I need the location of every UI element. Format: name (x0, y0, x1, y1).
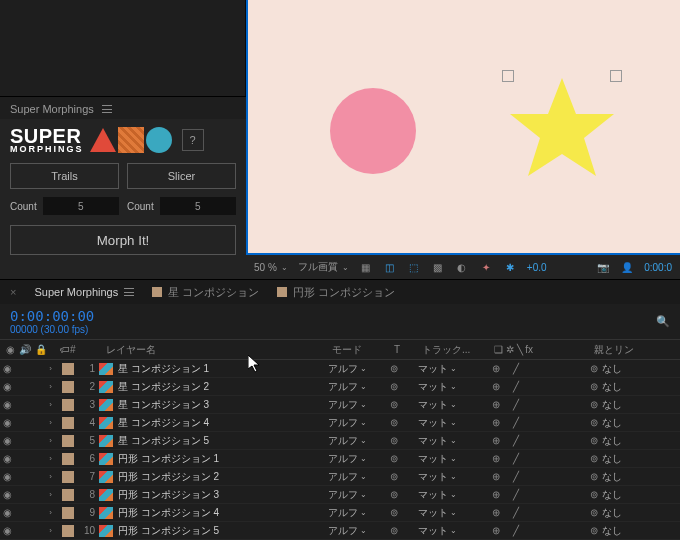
blend-mode-dropdown[interactable]: アルフ ⌄ (328, 452, 390, 466)
color-label[interactable] (56, 363, 80, 375)
shy-switch[interactable]: ⊕ (490, 453, 502, 464)
visibility-toggle[interactable]: ◉ (0, 417, 14, 428)
parent-link[interactable]: ⊚ なし (590, 506, 680, 520)
composition-viewer[interactable] (246, 0, 680, 255)
color-label[interactable] (56, 489, 80, 501)
twirl-icon[interactable]: › (49, 364, 52, 373)
blend-mode-dropdown[interactable]: アルフ ⌄ (328, 362, 390, 376)
layer-row[interactable]: ◉›10円形 コンポジション 5アルフ ⌄⊚マット ⌄⊕╱⊚ なし (0, 522, 680, 540)
blend-mode-dropdown[interactable]: アルフ ⌄ (328, 524, 390, 538)
tab-circle-comp[interactable]: 円形 コンポジション (277, 285, 395, 300)
current-timecode[interactable]: 0:00:00:00 (10, 308, 94, 324)
collapse-switch[interactable]: ╱ (510, 453, 522, 464)
collapse-switch[interactable]: ╱ (510, 471, 522, 482)
layer-row[interactable]: ◉›8円形 コンポジション 3アルフ ⌄⊚マット ⌄⊕╱⊚ なし (0, 486, 680, 504)
visibility-toggle[interactable]: ◉ (0, 453, 14, 464)
preserve-transparency[interactable]: ⊚ (390, 399, 418, 410)
trails-button[interactable]: Trails (10, 163, 119, 189)
layer-name[interactable]: 円形 コンポジション 3 (114, 488, 328, 502)
track-matte-dropdown[interactable]: マット ⌄ (418, 380, 490, 394)
parent-header[interactable]: 親とリン (594, 343, 680, 357)
blend-mode-dropdown[interactable]: アルフ ⌄ (328, 470, 390, 484)
layer-name[interactable]: 円形 コンポジション 1 (114, 452, 328, 466)
track-matte-dropdown[interactable]: マット ⌄ (418, 362, 490, 376)
twirl-icon[interactable]: › (49, 472, 52, 481)
count-input-1[interactable]: 5 (43, 197, 119, 215)
count-input-2[interactable]: 5 (160, 197, 236, 215)
twirl-icon[interactable]: › (49, 526, 52, 535)
twirl-icon[interactable]: › (49, 454, 52, 463)
reset-exposure-icon[interactable]: ✱ (503, 260, 517, 274)
collapse-switch[interactable]: ╱ (510, 489, 522, 500)
twirl-icon[interactable]: › (49, 400, 52, 409)
blend-mode-dropdown[interactable]: アルフ ⌄ (328, 506, 390, 520)
star-selection[interactable] (502, 70, 622, 190)
twirl-icon[interactable]: › (49, 436, 52, 445)
t-header[interactable]: T (394, 344, 422, 355)
parent-link[interactable]: ⊚ なし (590, 380, 680, 394)
shy-switch[interactable]: ⊕ (490, 381, 502, 392)
show-snapshot-icon[interactable]: 👤 (620, 260, 634, 274)
blend-mode-dropdown[interactable]: アルフ ⌄ (328, 488, 390, 502)
shy-switch[interactable]: ⊕ (490, 525, 502, 536)
collapse-switch[interactable]: ╱ (510, 417, 522, 428)
twirl-icon[interactable]: › (49, 418, 52, 427)
visibility-toggle[interactable]: ◉ (0, 381, 14, 392)
blend-mode-dropdown[interactable]: アルフ ⌄ (328, 416, 390, 430)
shy-switch[interactable]: ⊕ (490, 435, 502, 446)
preserve-transparency[interactable]: ⊚ (390, 525, 418, 536)
collapse-switch[interactable]: ╱ (510, 363, 522, 374)
exposure-value[interactable]: +0.0 (527, 262, 547, 273)
preserve-transparency[interactable]: ⊚ (390, 507, 418, 518)
shy-switch[interactable]: ⊕ (490, 471, 502, 482)
tab-menu-icon[interactable] (124, 288, 134, 296)
parent-link[interactable]: ⊚ なし (590, 434, 680, 448)
preserve-transparency[interactable]: ⊚ (390, 489, 418, 500)
layer-name[interactable]: 星 コンポジション 5 (114, 434, 328, 448)
visibility-toggle[interactable]: ◉ (0, 399, 14, 410)
collapse-switch[interactable]: ╱ (510, 507, 522, 518)
blend-mode-dropdown[interactable]: アルフ ⌄ (328, 434, 390, 448)
snapshot-icon[interactable]: 📷 (596, 260, 610, 274)
shy-switch[interactable]: ⊕ (490, 489, 502, 500)
parent-link[interactable]: ⊚ なし (590, 524, 680, 538)
preserve-transparency[interactable]: ⊚ (390, 363, 418, 374)
grid-icon[interactable]: ▦ (359, 260, 373, 274)
layer-switches[interactable]: ⊕╱ (490, 363, 590, 374)
track-matte-dropdown[interactable]: マット ⌄ (418, 398, 490, 412)
shy-switch[interactable]: ⊕ (490, 399, 502, 410)
color-label[interactable] (56, 453, 80, 465)
lock-col-icon[interactable]: 🔒 (35, 344, 47, 355)
twirl-icon[interactable]: › (49, 490, 52, 499)
preview-time[interactable]: 0:00:0 (644, 262, 672, 273)
layer-switches[interactable]: ⊕╱ (490, 417, 590, 428)
twirl-icon[interactable]: › (49, 382, 52, 391)
parent-link[interactable]: ⊚ なし (590, 362, 680, 376)
layer-row[interactable]: ◉›4星 コンポジション 4アルフ ⌄⊚マット ⌄⊕╱⊚ なし (0, 414, 680, 432)
color-label[interactable] (56, 525, 80, 537)
quality-dropdown[interactable]: フル画質⌄ (298, 260, 349, 274)
parent-link[interactable]: ⊚ なし (590, 488, 680, 502)
layer-switches[interactable]: ⊕╱ (490, 381, 590, 392)
search-icon[interactable]: 🔍 (656, 315, 670, 328)
color-label[interactable] (56, 381, 80, 393)
audio-col-icon[interactable]: 🔊 (19, 344, 31, 355)
shy-switch[interactable]: ⊕ (490, 417, 502, 428)
visibility-toggle[interactable]: ◉ (0, 435, 14, 446)
track-matte-dropdown[interactable]: マット ⌄ (418, 434, 490, 448)
tab-super-morphings[interactable]: Super Morphings (34, 286, 134, 298)
layer-row[interactable]: ◉›6円形 コンポジション 1アルフ ⌄⊚マット ⌄⊕╱⊚ なし (0, 450, 680, 468)
layer-row[interactable]: ◉›1星 コンポジション 1アルフ ⌄⊚マット ⌄⊕╱⊚ なし (0, 360, 680, 378)
layer-switches[interactable]: ⊕╱ (490, 399, 590, 410)
color-label[interactable] (56, 507, 80, 519)
mode-header[interactable]: モード (332, 343, 394, 357)
visibility-toggle[interactable]: ◉ (0, 363, 14, 374)
layer-name-header[interactable]: レイヤー名 (102, 343, 332, 357)
visibility-toggle[interactable]: ◉ (0, 525, 14, 536)
layer-switches[interactable]: ⊕╱ (490, 435, 590, 446)
pink-circle-shape[interactable] (330, 88, 416, 174)
preserve-transparency[interactable]: ⊚ (390, 417, 418, 428)
layer-name[interactable]: 円形 コンポジション 2 (114, 470, 328, 484)
layer-row[interactable]: ◉›2星 コンポジション 2アルフ ⌄⊚マット ⌄⊕╱⊚ なし (0, 378, 680, 396)
roi-icon[interactable]: ⬚ (407, 260, 421, 274)
